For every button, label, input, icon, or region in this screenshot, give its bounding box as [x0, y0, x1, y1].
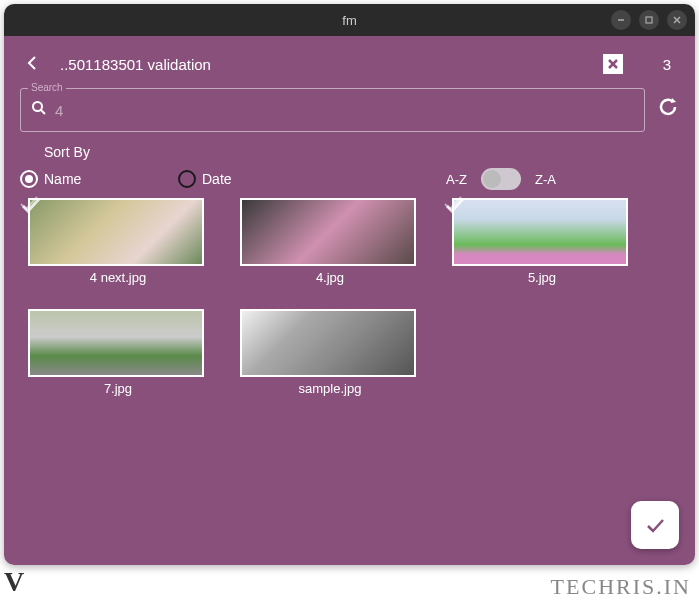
filename: sample.jpg [240, 381, 420, 396]
image-grid: 4 next.jpg 4.jpg 5.jpg 7.jpg sample.jpg [20, 198, 679, 396]
watermark-right: TECHRIS.IN [551, 574, 691, 600]
grid-item[interactable]: sample.jpg [240, 309, 420, 396]
filename: 5.jpg [452, 270, 632, 285]
folder-path: ..501183501 validation [60, 56, 587, 73]
clear-selection-button[interactable] [603, 54, 623, 74]
grid-item[interactable]: 7.jpg [28, 309, 208, 396]
maximize-button[interactable] [639, 10, 659, 30]
thumbnail[interactable] [28, 309, 204, 377]
search-label: Search [28, 82, 66, 93]
filename: 4.jpg [240, 270, 420, 285]
search-row [20, 88, 679, 132]
grid-item[interactable]: 5.jpg [452, 198, 632, 285]
ascending-label: A-Z [446, 172, 467, 187]
thumbnail[interactable] [28, 198, 204, 266]
toggle-knob [483, 170, 501, 188]
confirm-fab[interactable] [631, 501, 679, 549]
x-icon [607, 58, 619, 70]
sort-row: Name Date A-Z Z-A [20, 168, 679, 190]
close-button[interactable] [667, 10, 687, 30]
radio-label: Name [44, 171, 81, 187]
watermark-left: V [4, 566, 24, 598]
window-controls [611, 10, 687, 30]
descending-label: Z-A [535, 172, 556, 187]
thumbnail[interactable] [240, 309, 416, 377]
app-window: fm ..501183501 validation 3 [4, 4, 695, 565]
svg-line-7 [41, 110, 45, 114]
minimize-icon [616, 15, 626, 25]
search-input[interactable] [55, 102, 634, 119]
close-icon [672, 15, 682, 25]
maximize-icon [644, 15, 654, 25]
filename: 7.jpg [28, 381, 208, 396]
sort-by-label: Sort By [44, 144, 679, 160]
search-container: Search [20, 88, 679, 132]
svg-point-6 [33, 102, 42, 111]
sort-direction-toggle[interactable] [481, 168, 521, 190]
svg-marker-8 [671, 98, 676, 103]
sort-name-radio[interactable]: Name [20, 170, 170, 188]
filename: 4 next.jpg [28, 270, 208, 285]
titlebar: fm [4, 4, 695, 36]
svg-rect-1 [646, 17, 652, 23]
minimize-button[interactable] [611, 10, 631, 30]
selected-check-icon [444, 194, 466, 221]
refresh-button[interactable] [657, 96, 679, 124]
header-row: ..501183501 validation 3 [20, 44, 679, 84]
refresh-icon [657, 96, 679, 118]
window-title: fm [342, 13, 356, 28]
radio-icon [178, 170, 196, 188]
check-icon [643, 513, 667, 537]
radio-icon [20, 170, 38, 188]
app-body: ..501183501 validation 3 Search [4, 36, 695, 565]
back-arrow-icon [23, 54, 41, 72]
thumbnail[interactable] [452, 198, 628, 266]
grid-item[interactable]: 4.jpg [240, 198, 420, 285]
selection-count: 3 [663, 56, 671, 73]
sort-date-radio[interactable]: Date [178, 170, 438, 188]
radio-label: Date [202, 171, 232, 187]
back-button[interactable] [20, 50, 44, 78]
grid-item[interactable]: 4 next.jpg [28, 198, 208, 285]
search-box[interactable] [20, 88, 645, 132]
search-icon [31, 100, 47, 120]
thumbnail[interactable] [240, 198, 416, 266]
selected-check-icon [20, 194, 42, 221]
